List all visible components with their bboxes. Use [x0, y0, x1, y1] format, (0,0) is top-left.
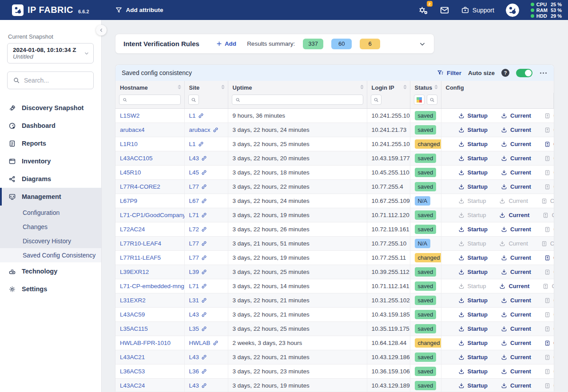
sidebar-item-discovery-history[interactable]: Discovery History — [0, 234, 101, 248]
add-rule-button[interactable]: Add — [216, 40, 236, 47]
startup-config-button[interactable]: Startup — [458, 297, 488, 304]
startup-config-button[interactable]: Startup — [458, 127, 488, 133]
current-config-button[interactable]: Current — [501, 254, 531, 261]
link-icon[interactable] — [201, 383, 207, 388]
current-config-button[interactable]: Current — [501, 354, 531, 360]
sidebar-search[interactable] — [7, 71, 94, 89]
mail-icon[interactable] — [440, 5, 449, 15]
sidebar-item-inventory[interactable]: Inventory — [0, 152, 101, 170]
site-link[interactable]: L43 — [189, 354, 199, 360]
link-icon[interactable] — [201, 326, 207, 332]
site-link[interactable]: L71 — [189, 212, 199, 218]
link-icon[interactable] — [213, 340, 218, 346]
startup-config-button[interactable]: Startup — [458, 354, 488, 360]
changes-button[interactable]: Changes — [544, 340, 554, 346]
startup-config-button[interactable]: Startup — [458, 340, 488, 346]
current-config-button[interactable]: Current — [501, 269, 531, 275]
uptime-filter-input[interactable] — [232, 95, 363, 105]
hostname-link[interactable]: L1SW2 — [120, 112, 139, 119]
current-config-button[interactable]: Current — [501, 297, 531, 304]
hostname-link[interactable]: L31EXR2 — [120, 297, 146, 304]
startup-config-button[interactable]: Startup — [458, 269, 488, 275]
add-attribute-button[interactable]: Add attribute — [115, 6, 163, 14]
site-link[interactable]: HWLAB — [189, 340, 211, 346]
current-config-button[interactable]: Current — [501, 311, 531, 318]
link-icon[interactable] — [201, 198, 207, 204]
startup-config-button[interactable]: Startup — [458, 254, 488, 261]
sidebar-item-technology[interactable]: Technology — [0, 262, 101, 280]
site-link[interactable]: arubacx — [189, 127, 211, 133]
site-link[interactable]: L77 — [189, 254, 199, 261]
site-link[interactable]: L77 — [189, 240, 199, 247]
site-link[interactable]: L43 — [189, 382, 199, 389]
startup-config-button[interactable]: Startup — [458, 155, 488, 162]
sidebar-item-settings[interactable]: Settings — [0, 280, 101, 298]
current-config-button[interactable]: Current — [501, 382, 531, 389]
site-link[interactable]: L43 — [189, 155, 199, 162]
link-icon[interactable] — [201, 226, 207, 232]
site-link[interactable]: L35 — [189, 325, 199, 332]
startup-config-button[interactable]: Startup — [458, 169, 488, 176]
hostname-link[interactable]: L1R10 — [120, 141, 138, 147]
sidebar-collapse-button[interactable] — [96, 25, 107, 36]
sidebar-item-configuration[interactable]: Configuration — [0, 206, 101, 220]
hostname-link[interactable]: L36AC53 — [120, 368, 145, 375]
changes-button[interactable]: Changes — [544, 254, 554, 261]
link-icon[interactable] — [201, 283, 207, 289]
summary-badge-blue[interactable]: 60 — [331, 39, 352, 49]
changes-button[interactable]: Changes — [544, 141, 554, 147]
link-icon[interactable] — [201, 170, 207, 175]
link-icon[interactable] — [201, 184, 207, 190]
sidebar-item-changes[interactable]: Changes — [0, 220, 101, 234]
hostname-link[interactable]: L71-CP1/GoodCompany — [120, 212, 184, 218]
site-link[interactable]: L72 — [189, 226, 199, 233]
current-config-button[interactable]: Current — [501, 226, 531, 233]
link-icon[interactable] — [213, 127, 218, 133]
site-link[interactable]: L1 — [189, 112, 196, 119]
sort-icon[interactable] — [434, 85, 438, 89]
hostname-link[interactable]: L43AC24 — [120, 382, 145, 389]
link-icon[interactable] — [198, 141, 204, 147]
status-filter-button[interactable] — [427, 95, 437, 105]
link-icon[interactable] — [201, 312, 207, 317]
link-icon[interactable] — [201, 297, 207, 303]
user-avatar[interactable] — [506, 4, 519, 17]
startup-config-button[interactable]: Startup — [458, 226, 488, 233]
more-options-button[interactable] — [539, 71, 548, 75]
current-config-button[interactable]: Current — [501, 155, 531, 162]
help-icon[interactable]: ? — [501, 69, 509, 77]
system-settings-icon[interactable]: 2 — [418, 5, 428, 15]
sidebar-item-dashboard[interactable]: Dashboard — [0, 117, 101, 135]
link-icon[interactable] — [201, 368, 207, 374]
sidebar-item-reports[interactable]: Reports — [0, 135, 101, 152]
site-filter-button[interactable] — [188, 95, 199, 105]
link-icon[interactable] — [198, 113, 204, 119]
site-link[interactable]: L45 — [189, 169, 199, 176]
current-config-button[interactable]: Current — [501, 325, 531, 332]
startup-config-button[interactable]: Startup — [458, 368, 488, 375]
hostname-link[interactable]: L43AC59 — [120, 311, 145, 318]
site-link[interactable]: L36 — [189, 368, 199, 375]
current-config-button[interactable]: Current — [501, 127, 531, 133]
link-icon[interactable] — [201, 269, 207, 275]
site-link[interactable]: L67 — [189, 198, 199, 204]
sort-icon[interactable] — [403, 85, 407, 89]
link-icon[interactable] — [201, 212, 207, 218]
link-icon[interactable] — [201, 354, 207, 360]
summary-badge-yellow[interactable]: 6 — [360, 39, 380, 49]
current-config-button[interactable]: Current — [501, 340, 531, 346]
sidebar-item-discovery-snapshot[interactable]: Discovery Snapshot — [0, 99, 101, 117]
site-link[interactable]: L77 — [189, 183, 199, 190]
hostname-link[interactable]: L72AC24 — [120, 226, 145, 233]
filter-button[interactable]: Filter — [437, 69, 461, 76]
hostname-link[interactable]: L71-CP-embedded-mng — [120, 283, 184, 289]
current-config-button[interactable]: Current — [501, 112, 531, 119]
hostname-link[interactable]: L77R11-LEAF5 — [120, 254, 161, 261]
hostname-filter-input[interactable] — [119, 95, 181, 105]
support-button[interactable]: Support — [461, 6, 494, 14]
current-config-button[interactable]: Current — [501, 169, 531, 176]
search-input[interactable] — [24, 77, 82, 84]
startup-config-button[interactable]: Startup — [458, 141, 488, 147]
site-link[interactable]: L71 — [189, 283, 199, 289]
sidebar-item-saved-config-consistency[interactable]: Saved Config Consistency — [0, 248, 101, 262]
